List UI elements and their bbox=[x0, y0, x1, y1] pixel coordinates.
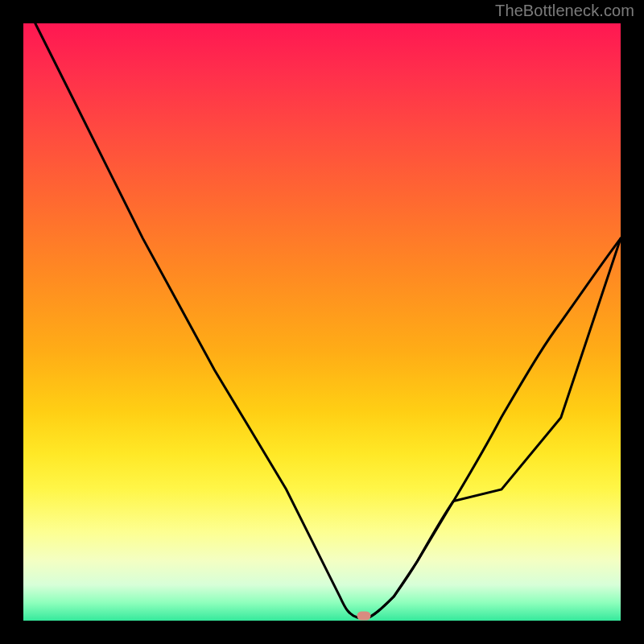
watermark-text: TheBottleneck.com bbox=[495, 2, 634, 20]
plot-area bbox=[23, 23, 621, 621]
optimal-marker bbox=[357, 612, 371, 621]
curve-svg bbox=[23, 23, 621, 621]
chart-frame: TheBottleneck.com bbox=[0, 0, 644, 644]
bottleneck-curve-right bbox=[369, 238, 621, 617]
bottleneck-curve bbox=[35, 23, 621, 618]
